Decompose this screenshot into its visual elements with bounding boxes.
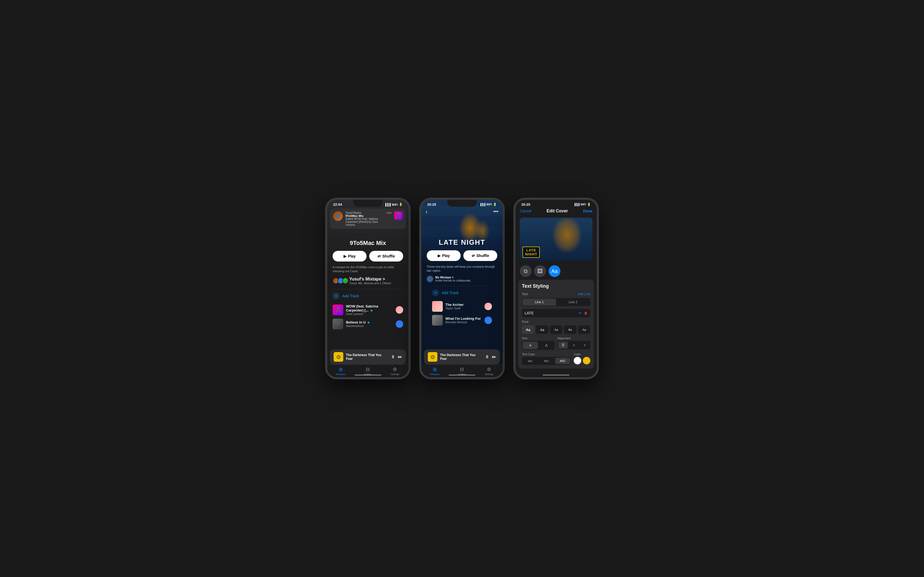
font-opt-2[interactable]: Aa xyxy=(550,326,562,334)
playlist-title-2: LATE NIGHT xyxy=(427,238,497,247)
align-left[interactable]: ☰ xyxy=(558,342,568,348)
home-indicator-3 xyxy=(543,374,569,376)
playlist-description-1: A mixtape for the 9To5Mac crew to jam to… xyxy=(333,265,403,274)
tab-settings-1[interactable]: ⚙ Settings xyxy=(381,364,409,377)
font-opt-1[interactable]: Aa xyxy=(536,326,548,334)
case-upper[interactable]: ABC xyxy=(555,358,570,364)
delete-text-icon[interactable]: 🗑 xyxy=(584,311,588,315)
alignment-label: Alignment xyxy=(557,337,590,340)
add-line-button[interactable]: Add Line xyxy=(578,292,590,296)
line-tab-1[interactable]: Line 1 xyxy=(522,299,556,306)
collaborators-1[interactable]: Yusuf's Mixtape > Yusuf, Me, Alessia and… xyxy=(333,277,403,285)
case-title[interactable]: Abc xyxy=(539,358,554,364)
mini-player-1[interactable]: ⊙ The Darkness That You Fear ⏸ ⏭ xyxy=(330,350,406,364)
font-opt-4[interactable]: Aa xyxy=(578,326,590,334)
text-label: Text xyxy=(522,292,528,296)
signal-icon-3: ▐▐▐ xyxy=(574,203,579,206)
font-section: Font Aa Aa Aa Aa Aa xyxy=(522,320,590,334)
font-opt-3[interactable]: Aa xyxy=(564,326,576,334)
more-button[interactable]: ••• xyxy=(493,209,498,214)
track-row-what[interactable]: What I'm Looking For Brendan Benson xyxy=(427,313,497,327)
pause-icon-2[interactable]: ⏸ xyxy=(485,355,489,359)
add-track-1[interactable]: + Add Track xyxy=(327,289,409,303)
track-row-wow[interactable]: 🎵 WOW (feat. Sabrina Carpenter) [... Zar… xyxy=(327,303,409,317)
edit-cover-title: Edit Cover xyxy=(546,209,568,213)
play-button-2[interactable]: ▶ Play xyxy=(427,250,460,261)
size-opt-large[interactable]: A xyxy=(539,342,554,349)
color-white[interactable] xyxy=(574,357,581,364)
settings-icon-2: ⚙ xyxy=(487,366,491,372)
wifi-icon-3: WiFi xyxy=(580,203,586,206)
size-options: A A xyxy=(522,341,555,350)
notif-time: now xyxy=(387,211,391,214)
image-tool-button[interactable]: 🖼 xyxy=(534,265,546,277)
playlist-description-2: These low-key beats will keep you compan… xyxy=(427,265,497,273)
text-tool-button[interactable]: Aa xyxy=(549,265,561,277)
notification-banner[interactable]: 👤 Yusuf Dayes 9To5Mac Mix Added WOW (fea… xyxy=(330,209,406,229)
phone2-playlist-info: LATE NIGHT ▶ Play ⇄ Shuffle These low-ke… xyxy=(422,238,502,327)
battery-icon: 🔋 xyxy=(399,203,403,206)
cover-late-text: LATE xyxy=(525,248,537,252)
shuffle-button-1[interactable]: ⇄ Shuffle xyxy=(369,251,403,261)
size-opt-small[interactable]: A xyxy=(523,342,538,349)
mini-controls: ⏸ ⏭ xyxy=(391,355,402,359)
line-tab-2[interactable]: Line 2 xyxy=(556,299,590,306)
text-icon: Aa xyxy=(551,268,558,274)
layers-tool-button[interactable]: ⧉ xyxy=(520,265,531,277)
notif-avatar: 👤 xyxy=(333,211,343,221)
track-art-what xyxy=(432,315,443,326)
track-name-believe: Believe in U xyxy=(346,320,393,324)
track-artist-wow: Zara Larsson xyxy=(346,312,393,316)
play-button-1[interactable]: ▶ Play xyxy=(333,251,367,261)
back-button[interactable]: ‹ xyxy=(426,209,428,215)
track-row-archer[interactable]: The Archer Taylor Swift xyxy=(427,300,497,313)
action-buttons-1: ▶ Play ⇄ Shuffle xyxy=(333,251,403,261)
next-icon-2[interactable]: ⏭ xyxy=(492,355,496,359)
tab-mixtapes-2[interactable]: ⊞ Mixtapes xyxy=(422,364,448,377)
cancel-button[interactable]: Cancel xyxy=(520,209,531,213)
next-icon[interactable]: ⏭ xyxy=(398,355,402,359)
mini-controls-2: ⏸ ⏭ xyxy=(485,355,496,359)
pause-icon[interactable]: ⏸ xyxy=(391,355,395,359)
phone-1: 22:04 ▐▐▐ WiFi 🔋 👤 Yusuf Dayes 9To5Mac M… xyxy=(325,198,411,379)
tab-settings-2[interactable]: ⚙ Settings xyxy=(476,364,502,377)
cover-preview: LATE NIGHT xyxy=(520,218,593,260)
track-artist-believe: Machinedrum xyxy=(346,324,393,327)
text-input-row[interactable]: LATE ✏ 🗑 xyxy=(522,309,590,318)
track-art-wow: 🎵 xyxy=(333,305,343,315)
font-options: Aa Aa Aa Aa Aa xyxy=(522,326,590,334)
add-icon: + xyxy=(333,292,339,300)
status-bar-1: 22:04 ▐▐▐ WiFi 🔋 xyxy=(327,200,409,208)
edit-tools: ⧉ 🖼 Aa xyxy=(515,263,597,280)
notif-app-icon: 🎵 xyxy=(394,211,403,220)
done-button[interactable]: Done xyxy=(583,209,593,213)
layers-icon: ⧉ xyxy=(524,268,528,274)
edit-text-icon[interactable]: ✏ xyxy=(578,311,582,315)
battery-icon-3: 🔋 xyxy=(587,203,591,206)
mixtapes-icon-2: ⊞ xyxy=(433,366,437,372)
case-options: abc Abc ABC xyxy=(522,357,571,365)
shuffle-button-2[interactable]: ⇄ Shuffle xyxy=(464,250,497,261)
font-opt-0[interactable]: Aa xyxy=(522,326,534,334)
align-right[interactable]: ≡ xyxy=(580,342,590,348)
signal-icon: ▐▐▐ xyxy=(384,203,390,206)
align-section: Alignment ☰ ≡ ≡ xyxy=(557,337,590,350)
collab-2[interactable]: My Mixtape > Invite friends to collabora… xyxy=(427,276,497,282)
wifi-icon: WiFi xyxy=(392,203,398,206)
mini-player-2[interactable]: ⊙ The Darkness That You Fear ⏸ ⏭ xyxy=(424,350,500,364)
phone-3: 20:25 ▐▐▐ WiFi 🔋 Cancel Edit Cover Done … xyxy=(513,198,599,379)
case-lower[interactable]: abc xyxy=(523,358,538,364)
track-row-believe[interactable]: 🎵 Believe in U Machinedrum xyxy=(327,317,409,331)
track-name-archer: The Archer xyxy=(446,303,482,307)
add-track-2[interactable]: + Add Track xyxy=(427,286,497,300)
settings-icon: ⚙ xyxy=(393,366,397,372)
gallery-icon-2: ⊟ xyxy=(460,366,464,372)
align-center[interactable]: ≡ xyxy=(569,342,578,348)
track-artist-what: Brendan Benson xyxy=(446,321,482,324)
time-1: 22:04 xyxy=(333,203,342,206)
panel-title: Text Styling xyxy=(522,284,590,289)
color-gold[interactable] xyxy=(583,357,590,364)
tab-mixtapes-1[interactable]: ⊞ Mixtapes xyxy=(327,364,354,377)
signal-icon-2: ▐▐▐ xyxy=(480,203,485,206)
color-section: Color xyxy=(574,353,590,365)
